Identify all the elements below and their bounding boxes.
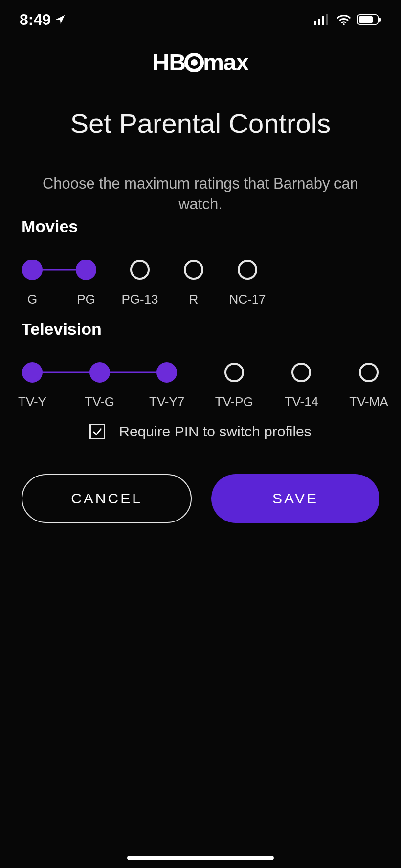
- movies-labels-row: GPGPG-13RNC-17: [22, 292, 379, 311]
- page-title: Set Parental Controls: [0, 108, 401, 139]
- svg-point-4: [343, 23, 344, 25]
- cellular-signal-icon: [314, 14, 331, 25]
- television-rating-label: TV-Y: [18, 394, 46, 410]
- status-bar-time: 8:49: [20, 11, 51, 29]
- location-icon: [55, 14, 66, 25]
- battery-icon: [357, 14, 381, 25]
- television-rating-dot-tvy7[interactable]: [156, 362, 177, 383]
- television-rating-label: TV-MA: [349, 394, 388, 410]
- movies-heading: Movies: [22, 217, 379, 236]
- app-logo: HB max: [0, 49, 401, 76]
- status-bar-right: [314, 14, 381, 25]
- svg-rect-7: [379, 18, 381, 22]
- svg-rect-6: [359, 16, 373, 23]
- page-subtitle: Choose the maximum ratings that Barnaby …: [0, 174, 401, 215]
- movies-rating-label: PG: [77, 292, 95, 307]
- movies-rating-dot-r[interactable]: [184, 260, 203, 280]
- wifi-icon: [336, 14, 351, 25]
- movies-rating-dot-nc17[interactable]: [238, 260, 257, 280]
- movies-slider[interactable]: [22, 258, 379, 282]
- television-rating-label: TV-G: [85, 394, 114, 410]
- movies-rating-label: NC-17: [229, 292, 266, 307]
- movies-rating-label: G: [27, 292, 37, 307]
- svg-rect-2: [322, 16, 324, 25]
- television-rating-label: TV-Y7: [149, 394, 184, 410]
- home-indicator[interactable]: [127, 856, 274, 860]
- television-rating-dot-tvg[interactable]: [89, 362, 110, 383]
- television-rating-dot-tv14[interactable]: [291, 363, 311, 382]
- checkmark-icon: [92, 426, 103, 437]
- require-pin-label: Require PIN to switch profiles: [119, 423, 312, 440]
- svg-rect-1: [318, 19, 320, 25]
- require-pin-row: Require PIN to switch profiles: [0, 423, 401, 440]
- television-rating-dot-tvpg[interactable]: [224, 363, 244, 382]
- logo-max-text: max: [203, 49, 248, 76]
- movies-rating-dot-g[interactable]: [22, 260, 43, 280]
- svg-rect-3: [326, 14, 328, 25]
- svg-rect-0: [314, 21, 316, 25]
- television-rating-label: TV-14: [285, 394, 318, 410]
- action-button-row: CANCEL SAVE: [22, 474, 379, 523]
- television-rating-dot-tvma[interactable]: [359, 363, 379, 382]
- require-pin-checkbox[interactable]: [89, 424, 105, 439]
- television-rating-dot-tvy[interactable]: [22, 362, 43, 383]
- movies-rating-dot-pg[interactable]: [76, 260, 96, 280]
- logo-o-icon: [184, 53, 204, 72]
- status-bar-left: 8:49: [20, 11, 66, 29]
- movies-rating-label: PG-13: [121, 292, 158, 307]
- movies-rating-dot-pg13[interactable]: [130, 260, 150, 280]
- cancel-button[interactable]: CANCEL: [22, 474, 192, 523]
- television-section: Television TV-YTV-GTV-Y7TV-PGTV-14TV-MA: [22, 320, 379, 414]
- movies-section: Movies GPGPG-13RNC-17: [22, 217, 379, 311]
- logo-hb-text: HB: [153, 49, 185, 76]
- television-heading: Television: [22, 320, 379, 339]
- television-labels-row: TV-YTV-GTV-Y7TV-PGTV-14TV-MA: [22, 394, 379, 414]
- television-rating-label: TV-PG: [215, 394, 253, 410]
- television-slider[interactable]: [22, 360, 379, 385]
- movies-rating-label: R: [189, 292, 199, 307]
- status-bar: 8:49: [0, 0, 401, 39]
- save-button[interactable]: SAVE: [211, 474, 379, 523]
